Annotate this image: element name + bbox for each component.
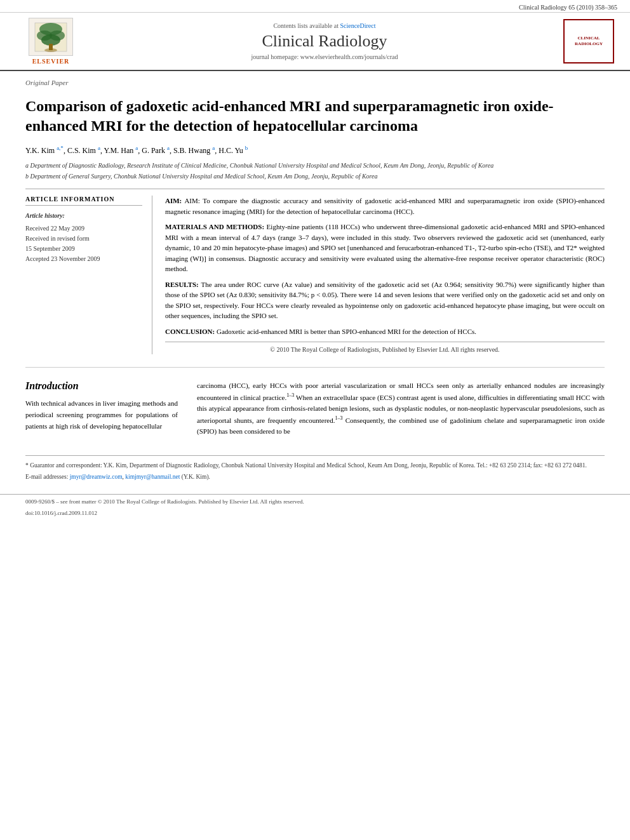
email1-link[interactable]: jmyr@dreamwiz.com [70,474,123,480]
abstract-text: AIM: AIM: To compare the diagnostic accu… [165,196,605,354]
elsevier-logo: ELSEVIER [29,18,73,65]
article-title: Comparison of gadoxetic acid-enhanced MR… [25,97,605,136]
copyright: © 2010 The Royal College of Radiologists… [165,342,605,354]
journal-logo-right: CLINICALRADIOLOGY [560,19,617,63]
guarantor-note: * Guarantor and correspondent: Y.K. Kim,… [25,461,605,470]
sciencedirect-link: Contents lists available at ScienceDirec… [102,22,547,29]
received-date: Received 22 May 2009 [25,225,84,232]
intro-title: Introduction [25,380,178,392]
accepted-date: Accepted 23 November 2009 [25,255,100,262]
email2-link[interactable]: kimjmyr@hanmail.net [125,474,180,480]
authors: Y.K. Kim a,*, C.S. Kim a, Y.M. Han a, G.… [25,145,605,156]
issn-text: 0009-9260/$ – see front matter © 2010 Th… [25,498,304,505]
affiliation-a: a Department of Diagnostic Radiology, Re… [25,161,605,170]
elsevier-text: ELSEVIER [32,58,70,65]
abstract-results: RESULTS: The area under ROC curve (Az va… [165,279,605,321]
intro-paragraph-1: With technical advances in liver imaging… [25,398,178,432]
article-type: Original Paper [25,71,605,91]
revised-date: 15 September 2009 [25,245,75,252]
journal-header: ELSEVIER Contents lists available at Sci… [0,13,630,71]
abstract-aim: AIM: AIM: To compare the diagnostic accu… [165,196,605,217]
journal-center: Contents lists available at ScienceDirec… [89,22,560,60]
email-note: E-mail addresses: jmyr@dreamwiz.com, kim… [25,472,605,481]
clinical-radiology-logo: CLINICALRADIOLOGY [563,19,614,63]
author-list: Y.K. Kim a,*, C.S. Kim a, Y.M. Han a, G.… [25,146,248,155]
article-info-abstract: ARTICLE INFORMATION Article history: Rec… [25,196,605,354]
intro-left-column: Introduction With technical advances in … [25,380,178,442]
abstract-methods: MATERIALS AND METHODS: Eighty-nine patie… [165,222,605,274]
main-content: Original Paper Comparison of gadoxetic a… [0,71,630,481]
affiliation-b: b Department of General Surgery, Chonbuk… [25,171,605,181]
journal-name: Clinical Radiology [102,32,547,51]
svg-point-6 [44,48,57,52]
article-info-column: ARTICLE INFORMATION Article history: Rec… [25,196,152,354]
bottom-bar: 0009-9260/$ – see front matter © 2010 Th… [0,494,630,509]
abstract-column: AIM: AIM: To compare the diagnostic accu… [165,196,605,354]
elsevier-logo-container: ELSEVIER [13,18,89,65]
history-label: Article history: [25,211,142,221]
abstract-conclusion: CONCLUSION: Gadoxetic acid-enhanced MRI … [165,326,605,337]
intro-body-right: carcinoma (HCC), early HCCs with poor ar… [197,380,605,437]
email-label: E-mail addresses: [25,474,68,480]
article-info-title: ARTICLE INFORMATION [25,196,142,206]
affiliations: a Department of Diagnostic Radiology, Re… [25,161,605,189]
elsevier-tree-graphic [29,18,73,56]
introduction-section: Introduction With technical advances in … [25,380,605,442]
sciencedirect-anchor[interactable]: ScienceDirect [340,22,375,29]
intro-right-column: carcinoma (HCC), early HCCs with poor ar… [197,380,605,442]
footer-notes: * Guarantor and correspondent: Y.K. Kim,… [25,455,605,482]
journal-citation: Clinical Radiology 65 (2010) 358–365 [0,0,630,13]
email-suffix: (Y.K. Kim). [182,474,210,480]
intro-paragraph-right-1: carcinoma (HCC), early HCCs with poor ar… [197,380,605,437]
doi-text: doi:10.1016/j.crad.2009.11.012 [25,510,97,516]
journal-homepage: journal homepage: www.elsevierhealth.com… [102,53,547,60]
article-history: Article history: Received 22 May 2009 Re… [25,211,142,264]
received-revised-label: Received in revised form [25,235,90,242]
intro-body-left: With technical advances in liver imaging… [25,398,178,432]
section-divider [25,367,605,368]
doi-line: doi:10.1016/j.crad.2009.11.012 [0,509,630,517]
